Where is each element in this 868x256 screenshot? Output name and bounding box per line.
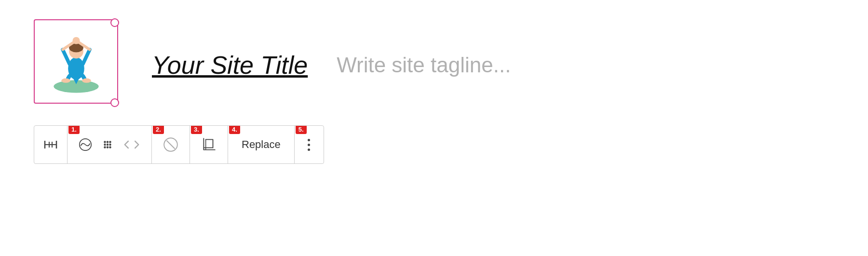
more-options-icon <box>308 139 310 151</box>
badge-4: 4. <box>229 125 240 134</box>
replace-label: Replace <box>242 138 281 151</box>
badge-5: 5. <box>296 125 307 134</box>
toolbar: 1. <box>34 125 324 164</box>
resize-handle-bottom-right[interactable] <box>110 98 119 107</box>
crop-icon <box>201 136 217 153</box>
logo-box[interactable] <box>34 19 118 104</box>
svg-point-23 <box>104 146 106 148</box>
toolbar-area: 1. <box>34 125 324 164</box>
toolbar-cell-group1[interactable]: 1. <box>68 126 152 163</box>
svg-point-22 <box>109 144 111 146</box>
badge-2: 2. <box>153 125 164 134</box>
toolbar-cell-replace[interactable]: 4. Replace <box>228 126 295 163</box>
logo-image <box>45 28 108 95</box>
svg-line-5 <box>83 49 90 64</box>
toolbar-cell-stretch[interactable] <box>34 126 68 163</box>
svg-point-19 <box>109 141 111 143</box>
svg-point-9 <box>61 78 70 82</box>
chevron-lr-icon <box>122 139 141 150</box>
svg-line-4 <box>63 49 69 64</box>
disable-icon <box>163 136 179 153</box>
svg-point-10 <box>82 78 91 82</box>
svg-point-20 <box>104 144 106 146</box>
badge-3: 3. <box>191 125 202 134</box>
svg-line-27 <box>167 141 175 149</box>
svg-point-21 <box>107 144 108 146</box>
svg-point-18 <box>107 141 108 143</box>
badge-1: 1. <box>68 125 80 134</box>
site-title[interactable]: Your Site Title <box>152 51 308 80</box>
svg-point-25 <box>109 146 111 148</box>
svg-point-24 <box>107 146 108 148</box>
stretch-icon <box>43 137 58 152</box>
header-section: Your Site Title Write site tagline... <box>34 19 511 111</box>
svg-point-17 <box>104 141 106 143</box>
resize-handle-top-right[interactable] <box>110 18 119 27</box>
logo-container[interactable] <box>34 19 123 111</box>
toolbar-cell-more[interactable]: 5. <box>295 126 324 163</box>
toolbar-cell-disable[interactable]: 2. <box>152 126 190 163</box>
site-tagline[interactable]: Write site tagline... <box>337 53 511 77</box>
image-wave-icon <box>78 137 93 152</box>
toolbar-cell-crop[interactable]: 3. <box>190 126 228 163</box>
grid-dots-icon <box>102 139 113 150</box>
